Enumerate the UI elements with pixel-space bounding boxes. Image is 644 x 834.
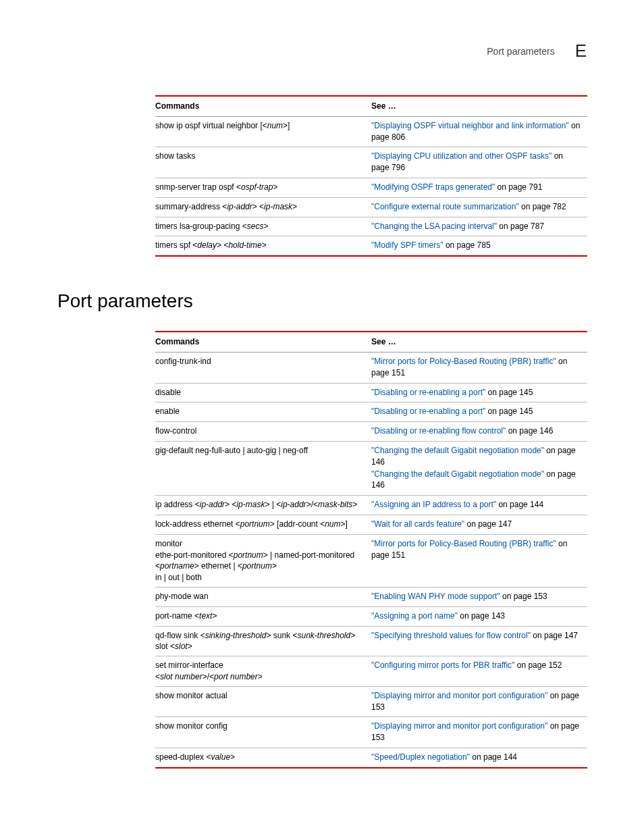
see-reference: "Modifying OSPF traps generated" on page… — [371, 182, 583, 194]
command-cell: show monitor config — [155, 717, 371, 748]
cross-reference-link[interactable]: "Changing the default Gigabit negotiatio… — [371, 446, 544, 455]
see-reference: "Displaying OSPF virtual neighbor and li… — [371, 120, 583, 144]
command-cell: speed-duplex <value> — [155, 748, 371, 767]
command-cell: set mirror-interface<slot number>/<port … — [155, 656, 371, 687]
see-cell: "Assigning an IP address to a port" on p… — [371, 496, 587, 515]
page-ref: on page 146 — [506, 426, 553, 436]
table-row: show tasks"Displaying CPU utilization an… — [155, 147, 587, 178]
see-reference: "Speed/Duplex negotiation" on page 144 — [371, 752, 583, 764]
command-cell: show monitor actual — [155, 686, 371, 717]
see-reference: "Enabling WAN PHY mode support" on page … — [371, 591, 583, 603]
page-ref: on page 143 — [458, 611, 505, 621]
command-cell: timers lsa-group-pacing <secs> — [155, 217, 371, 236]
see-cell: "Displaying mirror and monitor port conf… — [371, 717, 587, 748]
command-cell: gig-default neg-full-auto | auto-gig | n… — [155, 441, 371, 495]
page-ref: on page 782 — [519, 202, 566, 211]
page-ref: on page 144 — [470, 752, 517, 762]
command-cell: lock-address ethernet <portnum> [addr-co… — [155, 515, 371, 534]
cross-reference-link[interactable]: "Changing the LSA pacing interval" — [371, 221, 497, 231]
see-reference: "Disabling or re-enabling a port" on pag… — [371, 406, 583, 418]
section-title: Port parameters — [57, 290, 587, 312]
command-cell: disable — [155, 383, 371, 402]
table-row: ip address <ip-addr> <ip-mask> | <ip-add… — [155, 496, 587, 515]
cross-reference-link[interactable]: "Mirror ports for Policy-Based Routing (… — [371, 539, 556, 548]
cross-reference-link[interactable]: "Configure external route summarization" — [371, 202, 519, 211]
see-cell: "Displaying OSPF virtual neighbor and li… — [371, 116, 587, 147]
command-cell: flow-control — [155, 422, 371, 442]
cross-reference-link[interactable]: "Changing the default Gigabit negotiatio… — [371, 469, 544, 479]
cross-reference-link[interactable]: "Displaying mirror and monitor port conf… — [371, 721, 547, 731]
table-row: monitorethe-port-monitored <portnum> | n… — [155, 534, 587, 587]
table-row: timers spf <delay> <hold-time>"Modify SP… — [155, 236, 587, 256]
see-cell: "Wait for all cards feature" on page 147 — [371, 515, 587, 534]
table-row: enable"Disabling or re-enabling a port" … — [155, 402, 587, 422]
cross-reference-link[interactable]: "Displaying mirror and monitor port conf… — [371, 691, 547, 700]
command-cell: monitorethe-port-monitored <portnum> | n… — [155, 534, 371, 587]
cross-reference-link[interactable]: "Enabling WAN PHY mode support" — [371, 592, 500, 601]
command-cell: show tasks — [155, 147, 371, 178]
see-reference: "Modify SPF timers" on page 785 — [371, 240, 583, 252]
see-reference: "Configure external route summarization"… — [371, 201, 583, 213]
see-cell: "Mirror ports for Policy-Based Routing (… — [371, 352, 587, 383]
see-reference: "Changing the LSA pacing interval" on pa… — [371, 221, 583, 233]
page-ref: on page 791 — [495, 182, 542, 192]
see-cell: "Enabling WAN PHY mode support" on page … — [371, 587, 587, 606]
see-reference: "Displaying CPU utilization and other OS… — [371, 151, 583, 174]
see-cell: "Speed/Duplex negotiation" on page 144 — [371, 748, 587, 767]
see-cell: "Changing the LSA pacing interval" on pa… — [371, 217, 587, 236]
table-header-see: See … — [371, 332, 587, 352]
cross-reference-link[interactable]: "Disabling or re-enabling flow control" — [371, 426, 506, 436]
cross-reference-link[interactable]: "Disabling or re-enabling a port" — [371, 407, 485, 416]
table-row: port-name <text>"Assigning a port name" … — [155, 606, 587, 626]
cross-reference-link[interactable]: "Configuring mirror ports for PBR traffi… — [371, 660, 514, 670]
table-row: summary-address <ip-addr> <ip-mask>"Conf… — [155, 197, 587, 217]
see-reference: "Displaying mirror and monitor port conf… — [371, 690, 583, 714]
see-reference: "Wait for all cards feature" on page 147 — [371, 519, 583, 531]
page-ref: on page 152 — [514, 660, 562, 670]
cross-reference-link[interactable]: "Displaying OSPF virtual neighbor and li… — [371, 121, 569, 130]
see-reference: "Assigning an IP address to a port" on p… — [371, 499, 583, 511]
cross-reference-link[interactable]: "Modifying OSPF traps generated" — [371, 182, 495, 192]
command-cell: timers spf <delay> <hold-time> — [155, 236, 371, 256]
see-reference: "Disabling or re-enabling flow control" … — [371, 425, 583, 438]
command-cell: config-trunk-ind — [155, 352, 371, 383]
see-reference: "Specifying threshold values for flow co… — [371, 630, 583, 642]
see-cell: "Changing the default Gigabit negotiatio… — [371, 441, 587, 495]
cross-reference-link[interactable]: "Modify SPF timers" — [371, 240, 444, 250]
cross-reference-link[interactable]: "Disabling or re-enabling a port" — [371, 388, 485, 397]
cross-reference-link[interactable]: "Mirror ports for Policy-Based Routing (… — [371, 357, 556, 366]
ospf-commands-table: Commands See … show ip ospf virtual neig… — [155, 95, 587, 257]
see-cell: "Mirror ports for Policy-Based Routing (… — [371, 534, 587, 587]
page-ref: on page 145 — [485, 407, 533, 416]
page-ref: on page 785 — [444, 240, 491, 250]
cross-reference-link[interactable]: "Assigning a port name" — [371, 611, 458, 621]
table-row: lock-address ethernet <portnum> [addr-co… — [155, 515, 587, 534]
table-row: timers lsa-group-pacing <secs>"Changing … — [155, 217, 587, 236]
cross-reference-link[interactable]: "Specifying threshold values for flow co… — [371, 631, 531, 640]
table-header-commands: Commands — [155, 332, 371, 352]
cross-reference-link[interactable]: "Wait for all cards feature" — [371, 519, 464, 529]
page-ref: on page 145 — [485, 388, 533, 397]
table-header-commands: Commands — [155, 96, 371, 116]
see-cell: "Displaying CPU utilization and other OS… — [371, 147, 587, 178]
command-cell: summary-address <ip-addr> <ip-mask> — [155, 197, 371, 217]
see-reference: "Mirror ports for Policy-Based Routing (… — [371, 538, 583, 562]
header-appendix-letter: E — [575, 41, 587, 61]
table-row: config-trunk-ind"Mirror ports for Policy… — [155, 352, 587, 383]
header-section-name: Port parameters — [487, 46, 554, 57]
table-row: qd-flow sink <sinking-threshold> sunk <s… — [155, 626, 587, 656]
see-reference: "Disabling or re-enabling a port" on pag… — [371, 387, 583, 399]
see-reference: "Displaying mirror and monitor port conf… — [371, 721, 583, 744]
table-row: show ip ospf virtual neighbor [<num>]"Di… — [155, 116, 587, 147]
cross-reference-link[interactable]: "Speed/Duplex negotiation" — [371, 752, 470, 762]
see-cell: "Disabling or re-enabling a port" on pag… — [371, 383, 587, 402]
see-reference: "Mirror ports for Policy-Based Routing (… — [371, 356, 583, 380]
command-cell: port-name <text> — [155, 606, 371, 626]
page-ref: on page 147 — [531, 631, 578, 640]
see-reference: "Changing the default Gigabit negotiatio… — [371, 445, 583, 469]
cross-reference-link[interactable]: "Displaying CPU utilization and other OS… — [371, 151, 552, 161]
see-reference: "Configuring mirror ports for PBR traffi… — [371, 660, 583, 672]
cross-reference-link[interactable]: "Assigning an IP address to a port" — [371, 500, 496, 509]
see-cell: "Modify SPF timers" on page 785 — [371, 236, 587, 256]
table-row: set mirror-interface<slot number>/<port … — [155, 656, 587, 687]
